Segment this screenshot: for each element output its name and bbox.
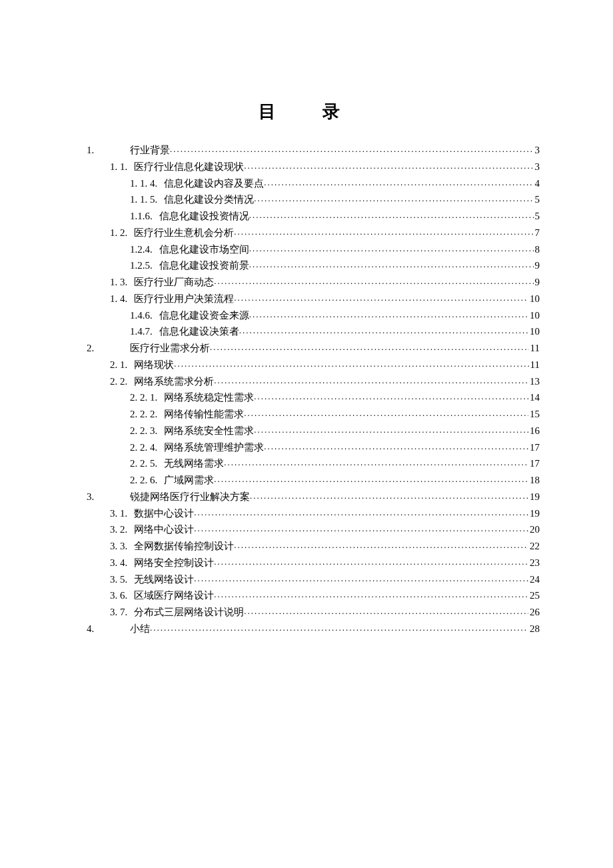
toc-entry-number: 2. 2. 2.: [73, 406, 157, 423]
toc-leader-dots: [244, 603, 528, 619]
toc-leader-dots: [249, 306, 528, 323]
toc-entry: 1. 1. 5.信息化建设分类情况5: [73, 191, 540, 208]
toc-entry: 3. 6.区域医疗网络设计25: [73, 587, 540, 604]
toc-entry-page: 5: [534, 208, 540, 225]
toc-entry-page: 16: [528, 423, 540, 439]
toc-entry-page: 18: [528, 472, 540, 489]
toc-entry-number: 1. 1. 4.: [73, 175, 157, 192]
toc-entry-heading: 医疗行业厂商动态: [127, 274, 214, 291]
toc-leader-dots: [250, 487, 528, 504]
toc-entry-page: 13: [528, 373, 540, 390]
toc-entry-page: 10: [528, 307, 540, 324]
toc-leader-dots: [210, 339, 529, 355]
toc-entry-heading: 信息化建设市场空间: [153, 241, 249, 258]
toc-entry-heading: 网络现状: [127, 357, 174, 373]
toc-leader-dots: [254, 421, 528, 438]
toc-leader-dots: [170, 141, 534, 157]
toc-entry: 2. 1.网络现状11: [73, 357, 540, 373]
toc-leader-dots: [264, 438, 528, 455]
toc-entry-heading: 信息化建设投资情况: [153, 208, 249, 225]
toc-entry-heading: 医疗行业需求分析: [123, 340, 210, 357]
toc-entry-heading: 网络系统安全性需求: [157, 423, 254, 439]
toc-entry-heading: 信息化建设分类情况: [157, 191, 254, 208]
toc-entry: 1.4.7.信息化建设决策者10: [73, 323, 540, 340]
toc-leader-dots: [244, 157, 533, 174]
toc-entry-page: 17: [528, 439, 540, 456]
toc-leader-dots: [244, 405, 528, 421]
toc-entry-page: 10: [528, 323, 540, 340]
toc-entry-page: 17: [528, 455, 540, 472]
toc-entry: 3. 4.网络安全控制设计23: [73, 555, 540, 571]
toc-entry-number: 3. 1.: [73, 505, 127, 522]
toc-leader-dots: [224, 454, 528, 471]
toc-entry-number: 2. 2. 6.: [73, 472, 157, 489]
toc-leader-dots: [249, 256, 534, 273]
toc-entry-number: 2. 2. 5.: [73, 455, 157, 472]
toc-entry-number: 1. 1. 5.: [73, 191, 157, 208]
toc-entry-number: 1.2.4.: [73, 241, 153, 258]
toc-entry-heading: 医疗行业信息化建设现状: [127, 159, 244, 175]
toc-leader-dots: [249, 207, 534, 223]
toc-entry-number: 3.: [73, 489, 123, 505]
toc-entry-number: 2. 2. 3.: [73, 423, 157, 439]
toc-entry-number: 1.4.6.: [73, 307, 153, 324]
toc-entry-heading: 全网数据传输控制设计: [127, 538, 234, 555]
toc-entry-heading: 行业背景: [123, 142, 170, 159]
toc-entry: 2. 2. 2.网络传输性能需求15: [73, 406, 540, 423]
toc-entry-page: 9: [534, 257, 540, 274]
toc-entry-heading: 网络中心设计: [127, 521, 194, 538]
toc-entry-page: 25: [528, 587, 540, 604]
toc-entry-heading: 信息化建设资金来源: [153, 307, 249, 324]
toc-leader-dots: [194, 504, 528, 521]
toc-leader-dots: [234, 537, 528, 553]
toc-entry-heading: 网络安全控制设计: [127, 555, 214, 571]
toc-leader-dots: [174, 355, 528, 372]
toc-entry-page: 14: [528, 389, 540, 406]
toc-entry-number: 2. 2. 1.: [73, 389, 157, 406]
toc-entry-heading: 网络传输性能需求: [157, 406, 244, 423]
toc-entry: 1.1.6.信息化建设投资情况5: [73, 208, 540, 225]
toc-entry-number: 3. 2.: [73, 521, 127, 538]
toc-entry-heading: 网络系统需求分析: [127, 373, 214, 390]
toc-entry: 3. 1.数据中心设计19: [73, 505, 540, 522]
toc-entry-number: 3. 6.: [73, 587, 127, 604]
toc-entry-heading: 无线网络设计: [127, 571, 194, 588]
toc-entry-number: 3. 7.: [73, 604, 127, 621]
toc-leader-dots: [150, 619, 528, 636]
toc-entry-page: 23: [528, 555, 540, 571]
toc-entry: 1. 3.医疗行业厂商动态9: [73, 274, 540, 291]
toc-entry: 3. 2.网络中心设计20: [73, 521, 540, 538]
toc-entry-page: 28: [528, 621, 540, 637]
toc-entry: 2. 2. 1.网络系统稳定性需求14: [73, 389, 540, 406]
toc-entry-heading: 无线网络需求: [157, 455, 224, 472]
toc-entry-number: 1.: [73, 142, 123, 159]
toc-leader-dots: [264, 174, 533, 191]
toc-entry-page: 20: [528, 521, 540, 538]
toc-entry-page: 11: [529, 340, 540, 357]
toc-leader-dots: [254, 388, 528, 405]
toc-entry: 3.锐捷网络医疗行业解决方案19: [73, 489, 540, 505]
toc-leader-dots: [249, 240, 534, 257]
toc-entry-number: 1.4.7.: [73, 323, 153, 340]
toc-entry-heading: 医疗行业生意机会分析: [127, 225, 234, 241]
toc-entry-heading: 医疗行业用户决策流程: [127, 291, 234, 307]
toc-entry: 2. 2. 4.网络系统管理维护需求17: [73, 439, 540, 456]
toc-entry: 2. 2. 6.广域网需求18: [73, 472, 540, 489]
toc-entry-page: 9: [534, 274, 540, 291]
toc-entry: 2.医疗行业需求分析11: [73, 340, 540, 357]
toc-leader-dots: [214, 553, 528, 570]
toc-leader-dots: [239, 322, 528, 339]
toc-entry-number: 2. 1.: [73, 357, 127, 373]
toc-entry-heading: 锐捷网络医疗行业解决方案: [123, 489, 250, 505]
toc-entry-number: 1. 3.: [73, 274, 127, 291]
toc-leader-dots: [214, 471, 528, 487]
toc-entry: 1. 2.医疗行业生意机会分析7: [73, 225, 540, 241]
toc-leader-dots: [214, 372, 528, 389]
toc-entry: 1.4.6.信息化建设资金来源10: [73, 307, 540, 324]
toc-entry-page: 24: [528, 571, 540, 588]
toc-leader-dots: [254, 190, 533, 207]
toc-entry-number: 1. 1.: [73, 159, 127, 175]
toc-entry-page: 7: [534, 225, 540, 241]
toc-entry-heading: 网络系统稳定性需求: [157, 389, 254, 406]
toc-leader-dots: [214, 273, 533, 289]
